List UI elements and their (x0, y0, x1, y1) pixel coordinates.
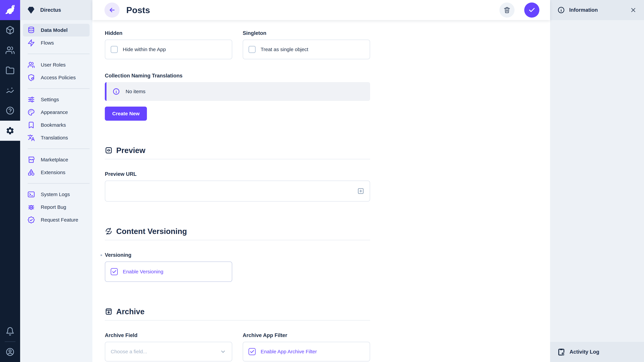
section-preview: Preview Preview URL (105, 146, 370, 202)
database-icon (27, 26, 35, 34)
versioning-checkbox-box: Enable Versioning (105, 261, 232, 282)
insights-icon (6, 86, 14, 95)
nav-item-system-logs[interactable]: System Logs (23, 188, 90, 201)
nav-divider (28, 54, 90, 54)
delete-collection-button[interactable] (500, 2, 514, 17)
check-icon (528, 6, 536, 14)
field-label: Hidden (105, 30, 232, 36)
module-content-button[interactable] (0, 20, 20, 40)
info-sidebar-header: Information (550, 0, 644, 20)
create-new-button[interactable]: Create New (105, 107, 147, 121)
directus-rabbit-icon (4, 4, 16, 16)
module-help-button[interactable] (0, 100, 20, 121)
nav-item-label: Report Bug (41, 204, 66, 210)
nav-item-label: Flows (41, 40, 54, 46)
notifications-button[interactable] (0, 321, 20, 341)
nav-item-appearance[interactable]: Appearance (23, 106, 90, 119)
field-label: Preview URL (105, 171, 370, 177)
project-name: Directus (40, 7, 61, 13)
section-title: Content Versioning (116, 227, 187, 236)
nav-item-label: Marketplace (41, 157, 68, 163)
preview-eye-icon (105, 146, 112, 154)
nav-item-label: Data Model (41, 27, 68, 33)
nav-item-marketplace[interactable]: Marketplace (23, 153, 90, 166)
nav-item-access-policies[interactable]: Access Policies (23, 71, 90, 84)
nav-divider (28, 183, 90, 184)
project-bar[interactable]: Directus (20, 0, 92, 20)
field-label: Collection Naming Translations (105, 73, 370, 79)
field-naming-translations: Collection Naming Translations No items … (105, 73, 370, 121)
info-sidebar-body (550, 20, 644, 342)
enable-app-archive-filter-checkbox[interactable] (248, 348, 256, 355)
module-settings-button[interactable] (0, 121, 20, 141)
module-bar-spacer (0, 141, 20, 321)
nav-item-report-bug[interactable]: Report Bug (23, 201, 90, 214)
nav-item-label: Access Policies (41, 75, 76, 80)
section-archive: Archive Archive Field Choose a field... (105, 307, 370, 362)
nav-item-label: Request Feature (41, 217, 78, 223)
empty-state-text: No items (126, 89, 146, 94)
sidebar-title: Information (569, 7, 598, 13)
main-area: Posts Hidden (92, 0, 550, 362)
module-insights-button[interactable] (0, 80, 20, 100)
nav-item-bookmarks[interactable]: Bookmarks (23, 119, 90, 131)
plus-box-icon[interactable] (357, 187, 364, 195)
gear-icon (6, 126, 14, 135)
back-button[interactable] (104, 2, 120, 17)
nav-item-label: User Roles (41, 62, 66, 68)
activity-log-button[interactable]: Activity Log (550, 342, 644, 362)
preview-url-input[interactable] (105, 180, 370, 202)
select-placeholder: Choose a field... (111, 349, 147, 355)
treat-as-single-object-checkbox[interactable] (248, 46, 256, 53)
nav-item-settings[interactable]: Settings (23, 93, 90, 106)
gem-icon (27, 6, 35, 14)
nav-item-label: Extensions (41, 170, 66, 175)
nav-item-request-feature[interactable]: Request Feature (23, 214, 90, 226)
close-icon[interactable] (630, 7, 636, 13)
field-label: Archive App Filter (243, 332, 370, 338)
section-divider (105, 320, 370, 321)
nav-item-label: Bookmarks (41, 122, 66, 128)
checkbox-label: Enable App Archive Filter (260, 349, 317, 355)
field-versioning: Versioning Enable Versioning (105, 252, 370, 282)
nav-item-label: Appearance (41, 109, 68, 115)
tune-icon (27, 96, 35, 103)
save-button[interactable] (524, 2, 539, 17)
module-users-button[interactable] (0, 40, 20, 60)
collection-settings-form: Hidden Hide within the App Singleton Tre… (92, 20, 550, 362)
verified-icon (27, 216, 35, 224)
field-archive-app-filter: Archive App Filter Enable App Archive Fi… (243, 332, 370, 362)
folder-icon (6, 66, 14, 75)
hide-within-app-checkbox[interactable] (111, 46, 118, 53)
nav-item-flows[interactable]: Flows (23, 36, 90, 49)
archive-box-icon (105, 308, 112, 316)
bug-icon (27, 203, 35, 211)
directus-logo-button[interactable] (0, 0, 20, 20)
box-icon (6, 26, 14, 35)
account-button[interactable] (0, 342, 20, 362)
nav-item-data-model[interactable]: Data Model (23, 24, 90, 36)
field-label: Singleton (243, 30, 370, 36)
field-label: Versioning (105, 252, 370, 258)
field-archive-field: Archive Field Choose a field... (105, 332, 232, 362)
no-items-notice: No items (105, 82, 370, 101)
edited-indicator-dot (100, 254, 102, 256)
module-bar (0, 0, 20, 362)
nav-item-label: Translations (41, 135, 68, 141)
nav-item-translations[interactable]: Translations (23, 131, 90, 144)
section-divider (105, 240, 370, 240)
nav-item-extensions[interactable]: Extensions (23, 166, 90, 179)
bell-icon (6, 327, 14, 336)
section-divider (105, 159, 370, 159)
archive-field-select[interactable]: Choose a field... (105, 342, 232, 362)
singleton-checkbox-box: Treat as single object (243, 39, 370, 59)
terminal-icon (27, 191, 35, 198)
field-hidden: Hidden Hide within the App (105, 30, 232, 59)
info-sidebar: Information Activity Log (550, 0, 644, 362)
storefront-icon (27, 156, 35, 164)
people-icon (27, 61, 35, 69)
module-files-button[interactable] (0, 60, 20, 80)
bookmark-icon (27, 121, 35, 129)
nav-item-user-roles[interactable]: User Roles (23, 58, 90, 71)
enable-versioning-checkbox[interactable] (111, 268, 118, 275)
